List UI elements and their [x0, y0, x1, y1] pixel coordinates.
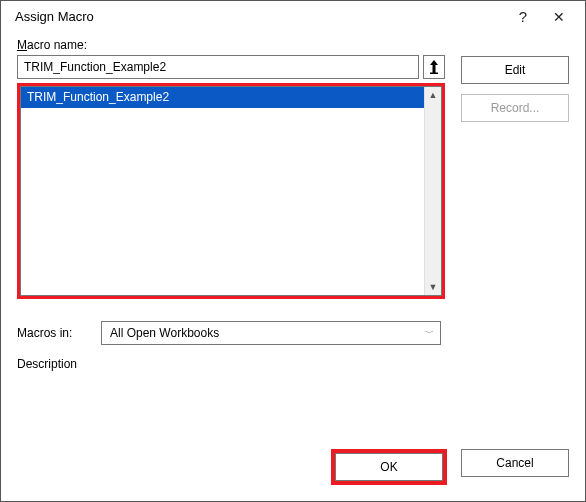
macro-list[interactable]: TRIM_Function_Example2 ▲ ▼	[20, 86, 442, 296]
window-controls: ? ✕	[519, 9, 573, 24]
macro-name-row	[17, 55, 445, 79]
ok-button[interactable]: OK	[335, 453, 443, 481]
chevron-down-icon: ﹀	[425, 327, 434, 340]
macros-in-select[interactable]: All Open Workbooks ﹀	[101, 321, 441, 345]
cancel-button[interactable]: Cancel	[461, 449, 569, 477]
list-scrollbar[interactable]: ▲ ▼	[424, 87, 441, 295]
dialog-content: Macro name: TRIM_Function_Example2	[1, 32, 585, 439]
macro-name-label: Macro name:	[17, 38, 445, 52]
left-column: Macro name: TRIM_Function_Example2	[17, 38, 445, 299]
close-icon[interactable]: ✕	[553, 10, 565, 24]
scroll-up-icon[interactable]: ▲	[429, 87, 438, 103]
assign-macro-dialog: Assign Macro ? ✕ Macro name:	[0, 0, 586, 502]
help-icon[interactable]: ?	[519, 9, 527, 24]
macro-name-label-hotkey: M	[17, 38, 27, 52]
macro-name-input[interactable]	[17, 55, 419, 79]
edit-button[interactable]: Edit	[461, 56, 569, 84]
titlebar: Assign Macro ? ✕	[1, 1, 585, 32]
macros-in-value: All Open Workbooks	[110, 326, 219, 340]
side-buttons: Edit Record...	[461, 38, 569, 299]
ok-highlight: OK	[331, 449, 447, 485]
list-item[interactable]: TRIM_Function_Example2	[21, 87, 441, 108]
svg-rect-0	[433, 64, 436, 73]
svg-rect-2	[430, 73, 438, 75]
macro-list-highlight: TRIM_Function_Example2 ▲ ▼	[17, 83, 445, 299]
record-button[interactable]: Record...	[461, 94, 569, 122]
macros-in-label: Macros in:	[17, 326, 87, 340]
dialog-title: Assign Macro	[15, 9, 94, 24]
reference-icon	[428, 60, 440, 74]
macros-in-row: Macros in: All Open Workbooks ﹀	[17, 321, 569, 345]
top-row: Macro name: TRIM_Function_Example2	[17, 38, 569, 299]
svg-marker-1	[430, 60, 438, 65]
scroll-down-icon[interactable]: ▼	[429, 279, 438, 295]
description-label: Description	[17, 357, 569, 371]
reference-button[interactable]	[423, 55, 445, 79]
macro-name-label-text: acro name:	[27, 38, 87, 52]
dialog-button-row: OK Cancel	[1, 439, 585, 501]
